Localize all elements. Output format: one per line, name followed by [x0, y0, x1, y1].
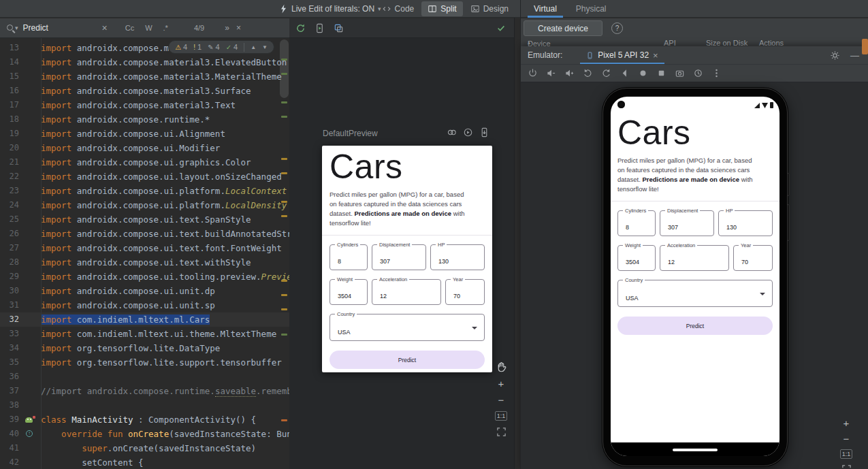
zoom-fit-button[interactable]	[841, 464, 852, 469]
line-number[interactable]: 14	[0, 55, 19, 69]
line-number[interactable]: 17	[0, 98, 19, 112]
gutter[interactable]	[19, 198, 41, 212]
gutter[interactable]	[19, 341, 41, 355]
stripe-mark[interactable]	[281, 334, 287, 336]
line-number[interactable]: 27	[0, 241, 19, 255]
weight-field[interactable]: Weight 3504	[617, 245, 656, 271]
gutter[interactable]	[19, 127, 41, 141]
zoom-actual-button[interactable]: 1:1	[840, 449, 853, 459]
line-number[interactable]: 35	[0, 355, 19, 370]
acceleration-field[interactable]: Acceleration 12	[660, 245, 729, 271]
predict-button[interactable]: Predict	[329, 351, 485, 369]
gear-icon[interactable]	[830, 50, 840, 61]
editor-line[interactable]: 30import androidx.compose.ui.unit.dp	[0, 284, 289, 298]
line-number[interactable]: 23	[0, 184, 19, 198]
match-case-toggle[interactable]: Cc	[125, 24, 134, 32]
line-number[interactable]: 33	[0, 327, 19, 341]
line-number[interactable]: 37	[0, 384, 19, 398]
deploy-preview-icon[interactable]	[479, 127, 489, 138]
no-problems-icon[interactable]	[496, 23, 506, 33]
weak-warning-indicator[interactable]: !1	[193, 43, 202, 51]
gutter[interactable]	[19, 298, 41, 312]
success-indicator[interactable]: ✓4	[226, 43, 238, 51]
words-toggle[interactable]: W	[145, 24, 152, 32]
zoom-fit-button[interactable]	[496, 427, 507, 437]
displacement-field[interactable]: Displacement 307	[660, 210, 714, 236]
stripe-mark[interactable]	[281, 116, 287, 118]
previous-highlight-icon[interactable]: ▲	[251, 44, 256, 50]
gutter[interactable]	[19, 141, 41, 155]
editor-line[interactable]: 15import androidx.compose.material3.Mate…	[0, 69, 289, 84]
zoom-in-button[interactable]: +	[843, 418, 850, 428]
gutter[interactable]	[19, 169, 41, 184]
cylinders-field[interactable]: Cylinders 8	[617, 210, 656, 236]
rotate-left-icon[interactable]	[581, 66, 595, 80]
error-stripe[interactable]	[278, 38, 289, 469]
gutter[interactable]	[19, 384, 41, 398]
editor-line[interactable]: 42 setContent {	[0, 455, 289, 469]
editor-line[interactable]: 31import androidx.compose.ui.unit.sp	[0, 298, 289, 312]
line-number[interactable]: 41	[0, 441, 19, 455]
home-indicator[interactable]	[673, 449, 718, 451]
snapshots-icon[interactable]	[691, 66, 705, 80]
line-number[interactable]: 29	[0, 270, 19, 284]
scrollbar-thumb[interactable]	[280, 39, 289, 98]
tab-physical[interactable]: Physical	[566, 0, 616, 18]
interactive-mode-icon[interactable]	[447, 127, 457, 138]
editor-line[interactable]: 33import com.indieml.mltext.ui.theme.Mlt…	[0, 327, 289, 341]
editor-line[interactable]: 19import androidx.compose.ui.Alignment	[0, 127, 289, 141]
editor-line[interactable]: 28import androidx.compose.ui.text.withSt…	[0, 255, 289, 270]
editor-line[interactable]: 37//import androidx.compose.runtime.save…	[0, 384, 289, 398]
gutter[interactable]	[19, 312, 41, 327]
line-number[interactable]: 34	[0, 341, 19, 355]
stripe-mark[interactable]	[281, 419, 287, 421]
gutter[interactable]	[19, 455, 41, 469]
editor-line[interactable]: 20import androidx.compose.ui.Modifier	[0, 141, 289, 155]
search-input[interactable]	[23, 23, 102, 33]
year-field[interactable]: Year 70	[733, 245, 773, 271]
pan-button[interactable]	[496, 361, 507, 372]
clear-search-icon[interactable]: ×	[102, 23, 108, 33]
zoom-in-button[interactable]: +	[498, 378, 504, 389]
line-number[interactable]: 42	[0, 455, 19, 469]
line-number[interactable]: 30	[0, 284, 19, 298]
gutter[interactable]	[19, 227, 41, 241]
code-mode-button[interactable]: Code	[376, 1, 421, 16]
zoom-actual-button[interactable]: 1:1	[495, 411, 508, 421]
home-icon[interactable]	[636, 66, 650, 80]
line-number[interactable]: 25	[0, 212, 19, 227]
gutter[interactable]	[19, 355, 41, 370]
editor-line[interactable]: 38	[0, 398, 289, 413]
gutter[interactable]	[19, 84, 41, 98]
stripe-mark[interactable]	[281, 308, 287, 310]
line-number[interactable]: 31	[0, 298, 19, 312]
stripe-mark[interactable]	[281, 201, 287, 203]
line-number[interactable]: 26	[0, 227, 19, 241]
editor-line[interactable]: 36	[0, 370, 289, 384]
line-number[interactable]: 22	[0, 169, 19, 184]
editor-line[interactable]: 27import androidx.compose.ui.text.font.F…	[0, 241, 289, 255]
acceleration-field[interactable]: Acceleration 12	[372, 279, 441, 305]
gutter[interactable]	[19, 370, 41, 384]
gutter[interactable]	[19, 441, 41, 455]
editor-line[interactable]: 29import androidx.compose.ui.tooling.pre…	[0, 270, 289, 284]
gutter[interactable]	[19, 284, 41, 298]
line-number[interactable]: 36	[0, 370, 19, 384]
hp-field[interactable]: HP 130	[718, 210, 773, 236]
editor-line[interactable]: 22import androidx.compose.ui.layout.onSi…	[0, 169, 289, 184]
close-search-icon[interactable]: ×	[236, 23, 241, 33]
weight-field[interactable]: Weight 3504	[329, 279, 368, 305]
zoom-out-button[interactable]: −	[843, 434, 850, 444]
create-device-button[interactable]: Create device	[524, 20, 602, 36]
hide-panel-icon[interactable]: —	[850, 50, 859, 61]
more-options-icon[interactable]	[709, 66, 724, 80]
gutter[interactable]: ↑	[19, 427, 41, 441]
screenshot-icon[interactable]	[673, 66, 687, 80]
hp-field[interactable]: HP 130	[430, 244, 485, 270]
stripe-mark[interactable]	[281, 73, 287, 75]
stripe-mark[interactable]	[281, 294, 287, 296]
overview-icon[interactable]	[654, 66, 669, 80]
close-icon[interactable]: ×	[653, 50, 658, 61]
country-select[interactable]: Country USA	[329, 314, 485, 341]
stripe-mark[interactable]	[281, 158, 287, 160]
